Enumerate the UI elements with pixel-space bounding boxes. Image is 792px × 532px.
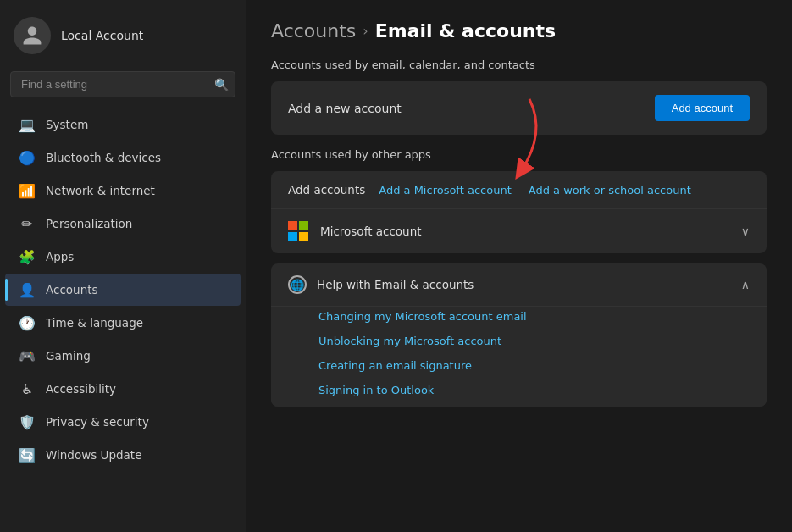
help-globe-icon: 🌐 xyxy=(288,275,307,294)
privacy-icon: 🛡️ xyxy=(19,413,36,430)
search-input[interactable] xyxy=(10,71,235,97)
sidebar-item-gaming[interactable]: 🎮Gaming xyxy=(5,340,241,372)
update-icon: 🔄 xyxy=(19,446,36,463)
add-new-account-label: Add a new account xyxy=(288,102,402,115)
add-accounts-label: Add accounts xyxy=(288,183,365,197)
add-work-link[interactable]: Add a work or school account xyxy=(529,184,691,197)
sidebar-item-time[interactable]: 🕐Time & language xyxy=(5,307,241,339)
sidebar-item-gaming-label: Gaming xyxy=(46,349,91,363)
sidebar-item-privacy-label: Privacy & security xyxy=(46,415,149,429)
sidebar-item-accessibility-label: Accessibility xyxy=(46,382,116,396)
collapse-icon: ∧ xyxy=(741,278,750,291)
sidebar-item-update-label: Windows Update xyxy=(46,448,141,462)
sidebar-item-accessibility[interactable]: ♿Accessibility xyxy=(5,373,241,405)
add-account-card: Add a new account Add account xyxy=(271,81,767,135)
sidebar-item-bluetooth-label: Bluetooth & devices xyxy=(46,151,161,164)
avatar xyxy=(14,17,51,54)
sidebar-item-accounts[interactable]: 👤Accounts xyxy=(5,274,241,306)
accessibility-icon: ♿ xyxy=(19,380,36,397)
sidebar-item-system[interactable]: 💻System xyxy=(5,108,241,141)
page-title: Email & accounts xyxy=(375,20,556,42)
help-link-1[interactable]: Unblocking my Microsoft account xyxy=(318,335,750,347)
sidebar-item-personalization-label: Personalization xyxy=(46,217,132,230)
main-content: Accounts › Email & accounts Accounts use… xyxy=(246,0,792,532)
bluetooth-icon: 🔵 xyxy=(19,149,36,166)
gaming-icon: 🎮 xyxy=(19,347,36,364)
apps-icon: 🧩 xyxy=(19,248,36,265)
microsoft-account-row[interactable]: Microsoft account ∨ xyxy=(271,208,767,253)
sidebar-item-personalization[interactable]: ✏️Personalization xyxy=(5,208,241,240)
sidebar-item-network-label: Network & internet xyxy=(46,184,155,197)
section2-label: Accounts used by other apps xyxy=(271,145,767,164)
sidebar-item-update[interactable]: 🔄Windows Update xyxy=(5,439,241,471)
help-label: Help with Email & accounts xyxy=(317,278,474,291)
help-card: 🌐 Help with Email & accounts ∧ Changing … xyxy=(271,263,767,407)
sidebar-item-time-label: Time & language xyxy=(46,316,143,330)
expand-icon: ∨ xyxy=(741,224,750,238)
help-header-row[interactable]: 🌐 Help with Email & accounts ∧ xyxy=(271,263,767,306)
search-box[interactable]: 🔍 xyxy=(10,71,235,97)
help-link-3[interactable]: Signing in to Outlook xyxy=(318,384,750,396)
accounts-icon: 👤 xyxy=(19,281,36,298)
time-icon: 🕐 xyxy=(19,314,36,331)
microsoft-account-label: Microsoft account xyxy=(320,224,422,238)
breadcrumb-parent: Accounts xyxy=(271,20,356,42)
breadcrumb: Accounts › Email & accounts xyxy=(271,20,767,42)
sidebar-item-bluetooth[interactable]: 🔵Bluetooth & devices xyxy=(5,141,241,174)
help-label-group: 🌐 Help with Email & accounts xyxy=(288,275,474,294)
user-icon xyxy=(21,25,43,47)
sidebar-item-accounts-label: Accounts xyxy=(46,283,98,296)
help-link-2[interactable]: Creating an email signature xyxy=(318,359,750,372)
help-links: Changing my Microsoft account emailUnblo… xyxy=(271,306,767,407)
add-microsoft-link[interactable]: Add a Microsoft account xyxy=(379,184,511,197)
personalization-icon: ✏️ xyxy=(19,215,36,232)
sidebar: Local Account 🔍 💻System🔵Bluetooth & devi… xyxy=(0,0,246,532)
sidebar-item-network[interactable]: 📶Network & internet xyxy=(5,175,241,207)
sidebar-item-apps-label: Apps xyxy=(46,250,74,263)
user-section: Local Account xyxy=(0,0,246,68)
breadcrumb-chevron: › xyxy=(363,23,368,39)
search-icon: 🔍 xyxy=(214,78,229,91)
add-account-button[interactable]: Add account xyxy=(655,95,750,121)
sidebar-nav: 💻System🔵Bluetooth & devices📶Network & in… xyxy=(0,108,246,472)
help-link-0[interactable]: Changing my Microsoft account email xyxy=(318,310,750,323)
section1-label: Accounts used by email, calendar, and co… xyxy=(271,55,767,75)
sidebar-item-apps[interactable]: 🧩Apps xyxy=(5,241,241,273)
user-name: Local Account xyxy=(61,29,143,42)
microsoft-logo xyxy=(288,221,308,241)
network-icon: 📶 xyxy=(19,182,36,199)
add-accounts-row: Add accounts Add a Microsoft account Add… xyxy=(271,171,767,208)
sidebar-item-system-label: System xyxy=(46,118,88,131)
accounts-used-card: Add accounts Add a Microsoft account Add… xyxy=(271,171,767,253)
system-icon: 💻 xyxy=(19,116,36,133)
add-new-account-row: Add a new account Add account xyxy=(271,81,767,135)
sidebar-item-privacy[interactable]: 🛡️Privacy & security xyxy=(5,406,241,438)
